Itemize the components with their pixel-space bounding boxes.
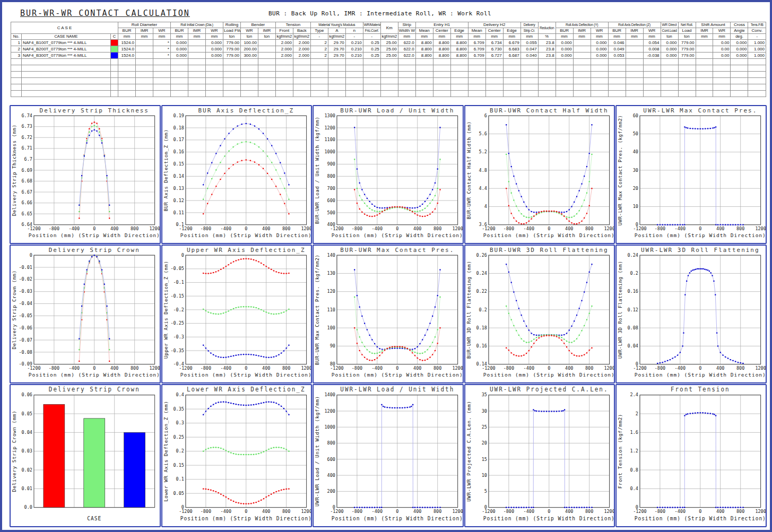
y-tick-label: 6.73: [22, 124, 32, 129]
col-unit-header: mm: [556, 34, 573, 40]
case-row[interactable]: 3NAF4_B300T_0779ton *** 4-MILL1524.0*0.0…: [11, 53, 766, 59]
x-tick-label: -1200: [27, 226, 41, 231]
chart-svg-upper-wr-axis-deflection-z: -0.4-0.35-0.3-0.25-0.2-0.15-0.1-0.050-12…: [162, 246, 311, 382]
y-axis-label: UWR-LWR Load / Unit Width (kgf/mm): [314, 396, 320, 507]
charts-grid: 6.646.656.666.676.686.696.76.716.726.736…: [10, 105, 767, 528]
page-title: BUR-WR-WR CONTACT CALCULATION: [20, 8, 190, 18]
x-tick-label: -400: [372, 226, 383, 231]
col-sub-header: Back: [293, 28, 310, 34]
case-value: [696, 40, 713, 46]
y-tick-label: 0.35: [173, 406, 184, 412]
case-value: 0.25: [363, 46, 380, 53]
col-unit-header: mm: [503, 34, 521, 40]
y-tick-label: 20: [633, 186, 638, 191]
y-tick-label: 700: [327, 186, 335, 191]
y-tick-label: 500: [327, 210, 335, 215]
chart-svg-uwr-lwr-3d-roll-flattening: 00.040.080.120.160.20.24-1200-800-400040…: [617, 246, 766, 382]
case-value: [626, 46, 643, 53]
chart-title: Upper WR Axis Deflection_Z: [187, 247, 306, 254]
col-group-header: Roll Axis Deflection (Y): [556, 22, 608, 28]
title-bar: BUR-WR-WR CONTACT CALCULATION BUR : Back…: [20, 8, 762, 20]
case-value: 0.049: [608, 46, 626, 53]
y-tick-label: 0.11: [173, 210, 184, 215]
col-sub-header: Type: [310, 28, 328, 34]
y-tick-label: 0.18: [476, 325, 487, 330]
y-tick-label: 110: [327, 307, 335, 312]
x-axis-label: Position (mm) (Strip Width Direction): [29, 372, 160, 378]
col-group-header: C A S E: [11, 22, 118, 34]
y-tick-label: 400: [327, 473, 335, 478]
y-tick-label: 6.65: [22, 211, 32, 216]
x-tick-label: 400: [716, 509, 724, 514]
col-unit-header: -: [748, 34, 766, 40]
x-tick-label: -400: [523, 365, 534, 371]
y-tick-label: 6.71: [22, 145, 32, 151]
case-row[interactable]: 1NAF4_B100T_0779ton *** 4-MILL1524.0*0.0…: [11, 40, 766, 46]
y-tick-label: 0.4: [176, 392, 184, 397]
chart-panel-delivery-strip-thickness: 6.646.656.666.676.686.696.76.716.726.736…: [10, 105, 161, 244]
x-tick-label: 800: [131, 365, 138, 371]
col-unit-header: -: [363, 34, 380, 40]
case-value: 0.000: [205, 46, 223, 53]
case-value: 200.00: [240, 46, 258, 53]
col-sub-header: Mean: [415, 28, 433, 34]
x-tick-label: 0: [396, 226, 398, 231]
case-value: [626, 53, 643, 59]
y-tick-label: -0.01: [19, 265, 32, 270]
y-tick-label: 0.24: [476, 271, 487, 276]
case-row[interactable]: 2NAF4_B200T_0779ton *** 4-MILL1524.0*0.0…: [11, 46, 766, 53]
x-tick-label: 800: [585, 509, 593, 514]
case-no: 1: [11, 40, 22, 46]
case-value: 0.055: [521, 40, 538, 46]
col-group-header: Roll Diameter: [118, 22, 171, 28]
col-group-header: Tens.F/B: [748, 22, 766, 28]
case-value: [696, 53, 713, 59]
bar-green: [84, 418, 105, 508]
col-unit-header: kgf/mm2: [275, 34, 293, 40]
case-value: 8.800: [433, 53, 450, 59]
col-group-header: Bender: [240, 22, 275, 28]
y-axis-label: Delivery Strip Crown (mm): [11, 411, 17, 492]
case-value: 0.000: [205, 40, 223, 46]
y-tick-label: -0.3: [173, 334, 184, 339]
x-tick-label: 400: [262, 365, 270, 371]
x-tick-label: 800: [585, 226, 593, 231]
x-tick-label: 1200: [756, 365, 766, 371]
empty-row: [11, 84, 766, 91]
chart-panel-bur-uwr-3d-roll-flattening: 0.140.160.180.20.220.240.26-1200-800-400…: [464, 245, 615, 383]
x-tick-label: 800: [585, 365, 593, 371]
chart-panel-delivery-strip-crown: -0.09-0.08-0.07-0.06-0.05-0.04-0.03-0.02…: [10, 245, 161, 383]
y-tick-label: 0.16: [476, 343, 487, 348]
case-value: 0.000: [205, 53, 223, 59]
case-value: 0.000: [556, 53, 573, 59]
chart-svg-delivery-strip-crown-bar: 0.00.010.020.030.040.050.06Delivery Stri…: [11, 385, 160, 526]
y-tick-label: 0.04: [22, 430, 32, 435]
col-unit-header: mm: [136, 34, 153, 40]
empty-row: [11, 72, 766, 78]
x-tick-label: 1200: [604, 509, 614, 514]
col-unit-header: mm: [643, 34, 661, 40]
empty-row: [11, 65, 766, 72]
case-value: 0.000: [661, 53, 678, 59]
y-tick-label: 10: [482, 473, 487, 478]
col-group-header: Cross: [731, 22, 748, 28]
case-value: [573, 40, 591, 46]
y-tick-label: 2.4: [630, 392, 638, 397]
y-tick-label: 120: [327, 289, 335, 294]
y-tick-label: -0.35: [170, 348, 184, 353]
col-unit-header: CASE NAME: [22, 34, 111, 40]
case-value: 2.000: [293, 46, 310, 53]
y-tick-label: 0.16: [628, 289, 638, 294]
x-tick-label: 400: [565, 365, 573, 371]
x-axis-label: Position (mm) (Strip Width Direction): [483, 372, 614, 378]
y-tick-label: 6.72: [22, 135, 32, 140]
col-unit-header: mm: [450, 34, 468, 40]
y-tick-label: 10: [633, 204, 638, 209]
col-group-header: Delivery: [521, 22, 538, 28]
case-value: [696, 46, 713, 53]
x-tick-label: 800: [131, 226, 138, 231]
x-tick-label: -400: [220, 226, 231, 231]
case-value: 0.00: [713, 40, 731, 46]
y-tick-label: 6.68: [22, 178, 32, 184]
x-tick-label: -800: [352, 226, 362, 231]
